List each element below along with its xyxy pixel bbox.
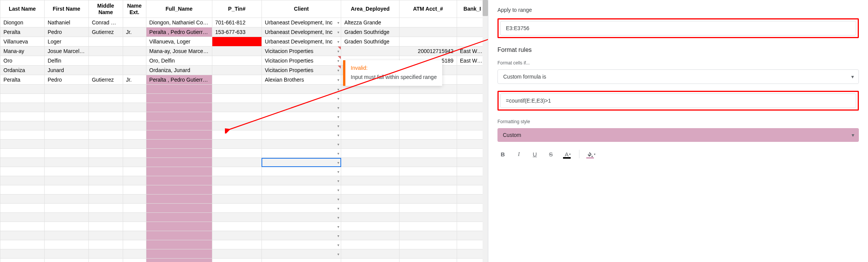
dropdown-arrow-icon[interactable]: ▾ [337,78,339,82]
cell-p-tin[interactable]: 153-677-633 [212,27,262,37]
cell-area-deployed[interactable] [341,47,400,56]
cell[interactable] [399,140,457,149]
cell[interactable] [123,130,146,140]
cell[interactable] [341,185,400,194]
cell[interactable] [0,231,45,240]
cell[interactable] [146,112,212,121]
cell-first-name[interactable]: Junard [44,66,88,75]
cell[interactable]: ▾ [262,140,341,149]
cell[interactable] [88,222,123,231]
cell[interactable] [123,204,146,213]
cell-middle-name[interactable] [88,66,123,75]
cell[interactable]: ▾ [262,231,341,240]
col-middle-name[interactable]: Middle Name [88,0,123,18]
vertical-scrollbar[interactable] [483,0,488,262]
cell[interactable] [146,103,212,112]
cell[interactable] [341,204,400,213]
cell[interactable] [212,112,262,121]
cell[interactable] [123,185,146,194]
col-last-name[interactable]: Last Name [0,0,45,18]
cell[interactable] [341,213,400,222]
cell[interactable]: ▾ [262,103,341,112]
cell-middle-name[interactable]: Gutierrez [88,27,123,37]
cell[interactable] [341,231,400,240]
cell[interactable] [399,259,457,262]
italic-button[interactable]: I [513,149,524,159]
dropdown-arrow-icon[interactable]: ▾ [337,224,339,228]
text-color-button[interactable]: A ▾ [562,149,574,159]
cell[interactable] [146,194,212,204]
cell[interactable] [88,240,123,249]
cell[interactable] [0,103,45,112]
cell-client[interactable]: Vicitacion Properties▾ [262,66,341,75]
cell[interactable] [88,158,123,167]
cell-p-tin[interactable] [212,66,262,75]
cell[interactable] [88,213,123,222]
cell-last-name[interactable]: Mana-ay [0,47,45,56]
cell-client[interactable]: Vicitacion Properties▾ [262,47,341,56]
cell[interactable] [123,222,146,231]
cell[interactable] [341,194,400,204]
cell-p-tin[interactable] [212,47,262,56]
cell[interactable] [0,158,45,167]
cell[interactable] [88,94,123,103]
cell[interactable] [123,121,146,130]
cell-client[interactable]: Urbaneast Development, Inc▾ [262,37,341,47]
cell[interactable] [88,231,123,240]
cell-first-name[interactable]: Delfin [44,56,88,66]
cell-full-name[interactable]: Ordaniza, Junard [146,66,212,75]
cell[interactable] [399,185,457,194]
cell[interactable] [146,222,212,231]
cell[interactable] [44,112,88,121]
cell[interactable] [399,213,457,222]
bold-button[interactable]: B [497,149,508,159]
cell[interactable] [341,130,400,140]
col-area-deployed[interactable]: Area_Deployed [341,0,400,18]
cell-name-ext[interactable]: Jr. [123,75,146,85]
col-name-ext[interactable]: Name Ext. [123,0,146,18]
cell[interactable] [44,222,88,231]
cell[interactable] [146,158,212,167]
cell[interactable] [0,112,45,121]
cell[interactable] [146,85,212,94]
cell[interactable] [341,112,400,121]
dropdown-arrow-icon[interactable]: ▾ [337,160,339,164]
cell-client[interactable]: Urbaneast Development, Inc▾ [262,27,341,37]
cell-atm-acct[interactable] [399,37,457,47]
cell[interactable] [146,176,212,185]
cell[interactable] [44,204,88,213]
col-client[interactable]: Client [262,0,341,18]
dropdown-arrow-icon[interactable]: ▾ [337,178,339,183]
cell[interactable] [399,231,457,240]
dropdown-arrow-icon[interactable]: ▾ [337,233,339,238]
cell[interactable] [146,130,212,140]
cell[interactable]: ▾ [262,259,341,262]
dropdown-arrow-icon[interactable]: ▾ [337,40,339,44]
cell[interactable] [399,85,457,94]
cell[interactable] [88,85,123,94]
cell[interactable] [146,240,212,249]
cell[interactable]: ▾ [262,94,341,103]
scrollbar-thumb[interactable] [483,0,488,16]
cell[interactable] [0,140,45,149]
cell[interactable]: ▾ [262,222,341,231]
col-atm-acct[interactable]: ATM Acct_# [399,0,457,18]
cell[interactable] [399,130,457,140]
cell[interactable] [399,121,457,130]
condition-select[interactable]: Custom formula is ▾ [497,69,859,84]
cell-full-name[interactable]: Peralta , Pedro Gutierrez Jr [146,27,212,37]
cell[interactable] [212,259,262,262]
cell[interactable] [399,249,457,259]
cell[interactable] [212,204,262,213]
cell[interactable] [88,204,123,213]
cell[interactable] [399,167,457,176]
spreadsheet-grid[interactable]: Last Name First Name Middle Name Name Ex… [0,0,488,262]
cell[interactable] [123,231,146,240]
cell[interactable] [146,204,212,213]
cell[interactable] [44,213,88,222]
cell-atm-acct[interactable]: 200012715942 [399,47,457,56]
col-p-tin[interactable]: P_Tin# [212,0,262,18]
cell[interactable] [399,149,457,158]
cell-client[interactable]: Urbaneast Development, Inc▾ [262,18,341,27]
cell-area-deployed[interactable]: Graden Southridge [341,27,400,37]
